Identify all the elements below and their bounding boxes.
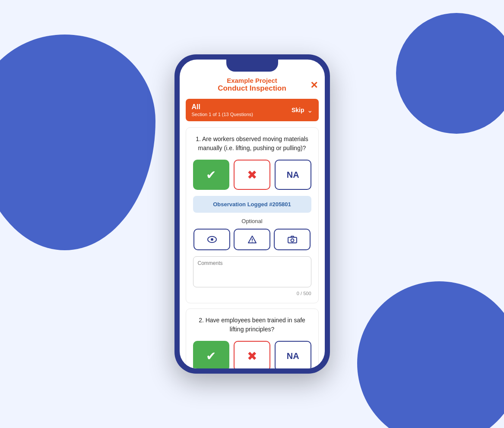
checkmark-icon: ✔: [206, 168, 216, 182]
no-button-q1[interactable]: ✖: [234, 160, 270, 190]
comments-section: 0 / 500: [193, 256, 311, 296]
alert-button[interactable]: [234, 229, 270, 250]
page-title: Conduct Inspection: [188, 84, 316, 93]
na-button-q1[interactable]: NA: [275, 160, 311, 190]
bg-shape-left: [0, 35, 155, 250]
question-2-card: 2. Have employees been trained in safe l…: [186, 308, 319, 368]
section-subtitle: Section 1 of 1 (13 Questions): [192, 112, 253, 117]
cross-icon: ✖: [247, 168, 257, 182]
section-title: All: [192, 103, 253, 111]
header: Example Project Conduct Inspection ✕: [180, 72, 325, 99]
char-count: 0 / 500: [193, 291, 311, 296]
eye-icon: [207, 236, 217, 243]
checkmark-icon-q2: ✔: [206, 349, 216, 363]
cross-icon-q2: ✖: [247, 349, 257, 363]
na-button-q2[interactable]: NA: [275, 341, 311, 368]
svg-point-1: [211, 238, 213, 241]
section-info: All Section 1 of 1 (13 Questions): [192, 103, 253, 117]
observation-text: Observation Logged #205801: [198, 201, 306, 208]
answer-buttons-q2: ✔ ✖ NA: [193, 341, 311, 368]
comments-input[interactable]: [193, 256, 311, 287]
skip-control[interactable]: Skip ⌄: [292, 106, 313, 114]
skip-label: Skip: [292, 107, 304, 113]
phone-frame: Example Project Conduct Inspection ✕ All…: [174, 54, 330, 374]
optional-label: Optional: [193, 218, 311, 224]
yes-button-q2[interactable]: ✔: [193, 341, 230, 368]
svg-point-6: [291, 239, 294, 242]
observation-logged-banner: Observation Logged #205801: [193, 196, 311, 213]
alert-icon: [248, 235, 257, 244]
view-button[interactable]: [193, 229, 230, 250]
project-name: Example Project: [188, 77, 316, 84]
no-button-q2[interactable]: ✖: [234, 341, 270, 368]
section-bar[interactable]: All Section 1 of 1 (13 Questions) Skip ⌄: [186, 99, 319, 121]
bg-shape-right-top: [396, 13, 504, 134]
chevron-down-icon: ⌄: [307, 106, 313, 114]
phone-screen: Example Project Conduct Inspection ✕ All…: [180, 60, 325, 368]
yes-button-q1[interactable]: ✔: [193, 160, 230, 190]
camera-button[interactable]: [274, 229, 311, 250]
scroll-content: 1. Are workers observed moving materials…: [180, 121, 325, 368]
question-2-text: 2. Have employees been trained in safe l…: [193, 316, 311, 334]
close-button[interactable]: ✕: [310, 81, 318, 90]
optional-buttons: [193, 229, 311, 250]
phone-notch: [226, 60, 278, 72]
question-1-card: 1. Are workers observed moving materials…: [186, 127, 319, 303]
bg-shape-right-bottom: [357, 281, 504, 428]
camera-icon: [288, 236, 297, 243]
question-1-text: 1. Are workers observed moving materials…: [193, 135, 311, 153]
answer-buttons-q1: ✔ ✖ NA: [193, 160, 311, 190]
svg-point-4: [252, 242, 253, 242]
